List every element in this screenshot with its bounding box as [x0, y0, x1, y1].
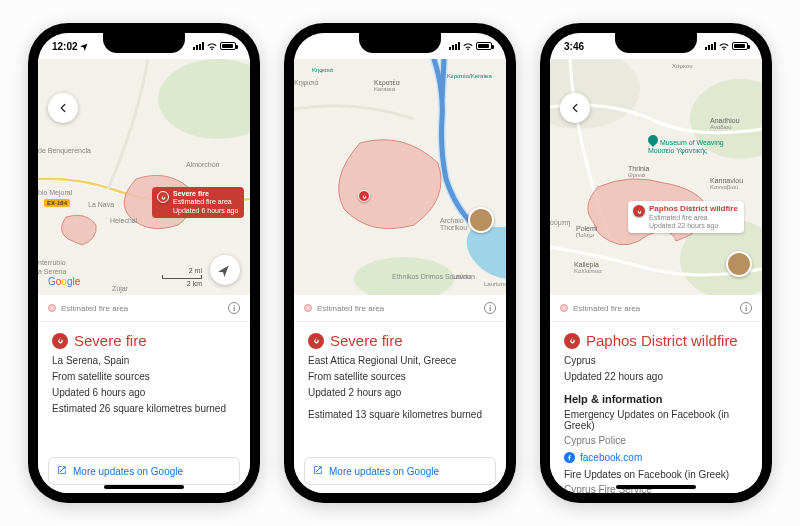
- screen: ΚηφισιάKηφισιάΚερατέαKerateaΚερατέα/Kera…: [294, 33, 506, 493]
- map-label: nterrubio: [38, 259, 66, 266]
- event-meta-line: From satellite sources: [52, 369, 236, 385]
- map-label: Helechal: [110, 217, 137, 224]
- event-meta-line: Updated 22 hours ago: [564, 369, 748, 385]
- map-label: Κηφισιά: [294, 79, 319, 86]
- info-icon[interactable]: i: [740, 302, 752, 314]
- poi-label: Museum of Weaving Μουσείο Υφαντικής: [648, 139, 724, 154]
- map-label: a Serena: [38, 268, 66, 275]
- legend-swatch-icon: [560, 304, 568, 312]
- map[interactable]: de BenquerenciaAlmorchónbio MejoralLa Na…: [38, 59, 250, 295]
- event-meta-line: Estimated 26 square kilometres burned: [52, 401, 236, 417]
- event-meta-line: Updated 2 hours ago: [308, 385, 492, 401]
- map-label: bio Mejoral: [38, 189, 72, 196]
- signal-icon: [449, 42, 460, 50]
- event-meta-line: Updated 6 hours ago: [52, 385, 236, 401]
- poi-pin-icon: [646, 133, 660, 147]
- fire-icon: [157, 191, 169, 203]
- callout-title: Severe fire: [173, 190, 238, 198]
- callout-updated: Updated 6 hours ago: [173, 207, 238, 215]
- signal-icon: [705, 42, 716, 50]
- google-logo: Google: [48, 276, 80, 287]
- map-label: KannaviouΚανναβιού: [710, 177, 743, 190]
- fire-marker-icon[interactable]: [358, 190, 370, 202]
- fire-callout[interactable]: Paphos District wildfireEstimated fire a…: [628, 201, 744, 233]
- facebook-link-text: facebook.com: [580, 452, 642, 463]
- map-scale: 2 mi2 km: [162, 267, 202, 287]
- back-button[interactable]: [48, 93, 78, 123]
- callout-subtitle: Estimated fire area: [173, 198, 238, 206]
- photo-pin[interactable]: [468, 207, 494, 233]
- help-link[interactable]: Emergency Updates on Facebook (in Greek): [564, 409, 748, 431]
- event-meta-line: La Serena, Spain: [52, 353, 236, 369]
- more-updates-label: More updates on Google: [73, 466, 183, 477]
- status-time: 12:02: [52, 41, 78, 52]
- home-indicator: [104, 485, 184, 489]
- open-external-icon: [313, 465, 323, 477]
- poi-marker[interactable]: Museum of Weaving Μουσείο Υφαντικής: [648, 135, 728, 154]
- event-title: Severe fire: [330, 332, 403, 349]
- phone-mockup: 12:02➤de BenquerenciaAlmorchónbio Mejora…: [28, 23, 260, 503]
- fire-callout[interactable]: Severe fireEstimated fire areaUpdated 6 …: [152, 187, 244, 218]
- info-icon[interactable]: i: [484, 302, 496, 314]
- info-sheet: Estimated fire areaiSevere fireLa Serena…: [38, 295, 250, 493]
- wifi-icon: [463, 43, 473, 50]
- map-label: Κερατέα/Keratea: [447, 73, 492, 79]
- sheet-body: Paphos District wildfireCyprusUpdated 22…: [550, 322, 762, 493]
- legend-swatch-icon: [304, 304, 312, 312]
- facebook-link[interactable]: facebook.com: [564, 452, 748, 463]
- more-updates-label: More updates on Google: [329, 466, 439, 477]
- sheet-body: Severe fireLa Serena, SpainFrom satellit…: [38, 322, 250, 453]
- battery-icon: [476, 42, 492, 50]
- help-section-title: Help & information: [564, 393, 748, 405]
- battery-icon: [732, 42, 748, 50]
- info-sheet: Estimated fire areaiSevere fireEast Atti…: [294, 295, 506, 493]
- map-label: Zújar: [112, 285, 128, 292]
- route-shield: EX-104: [44, 199, 70, 207]
- home-indicator: [616, 485, 696, 489]
- screen: 12:02➤de BenquerenciaAlmorchónbio Mejora…: [38, 33, 250, 493]
- location-arrow-icon: ➤: [78, 40, 91, 53]
- event-meta-line: From satellite sources: [308, 369, 492, 385]
- back-button[interactable]: [560, 93, 590, 123]
- map-label: Almorchón: [186, 161, 219, 168]
- battery-icon: [220, 42, 236, 50]
- map-label: Laurium: [484, 281, 506, 287]
- fire-icon: [564, 333, 580, 349]
- map-label: Lavrion: [452, 273, 475, 280]
- more-updates-button[interactable]: More updates on Google: [304, 457, 496, 485]
- map-label: AnadhiouΑναδιού: [710, 117, 740, 130]
- legend-swatch-icon: [48, 304, 56, 312]
- photo-pin[interactable]: [726, 251, 752, 277]
- legend-label: Estimated fire area: [573, 304, 640, 313]
- event-meta-line: Cyprus: [564, 353, 748, 369]
- event-title: Severe fire: [74, 332, 147, 349]
- info-sheet: Estimated fire areaiPaphos District wild…: [550, 295, 762, 493]
- device-notch: [103, 33, 185, 53]
- signal-icon: [193, 42, 204, 50]
- callout-title: Paphos District wildfire: [649, 204, 738, 214]
- map[interactable]: ΧάμκουAnadhiouΑναδιούThriniaΘρινιάKannav…: [550, 59, 762, 295]
- sheet-legend-row: Estimated fire areai: [294, 295, 506, 322]
- info-icon[interactable]: i: [228, 302, 240, 314]
- screen: 3:46ChromeΧάμκουAnadhiouΑναδιούThriniaΘρ…: [550, 33, 762, 493]
- map-label: ThriniaΘρινιά: [628, 165, 649, 178]
- map-label: KallepiaΚαλλέπεια: [574, 261, 602, 274]
- legend-label: Estimated fire area: [61, 304, 128, 313]
- callout-updated: Updated 22 hours ago: [649, 222, 738, 230]
- map-label: de Benquerencia: [38, 147, 91, 154]
- more-updates-button[interactable]: More updates on Google: [48, 457, 240, 485]
- recenter-button[interactable]: [210, 255, 240, 285]
- callout-subtitle: Estimated fire area: [649, 214, 738, 222]
- phone-mockup: 3:46ChromeΧάμκουAnadhiouΑναδιούThriniaΘρ…: [540, 23, 772, 503]
- device-notch: [359, 33, 441, 53]
- wifi-icon: [719, 43, 729, 50]
- map[interactable]: ΚηφισιάKηφισιάΚερατέαKerateaΚερατέα/Kera…: [294, 59, 506, 295]
- event-meta-line: Estimated 13 square kilometres burned: [308, 407, 492, 423]
- wifi-icon: [207, 43, 217, 50]
- device-notch: [615, 33, 697, 53]
- event-title: Paphos District wildfire: [586, 332, 738, 349]
- fire-icon: [52, 333, 68, 349]
- status-time: 3:46: [564, 41, 584, 52]
- open-external-icon: [57, 465, 67, 477]
- help-link[interactable]: Fire Updates on Facebook (in Greek): [564, 469, 748, 480]
